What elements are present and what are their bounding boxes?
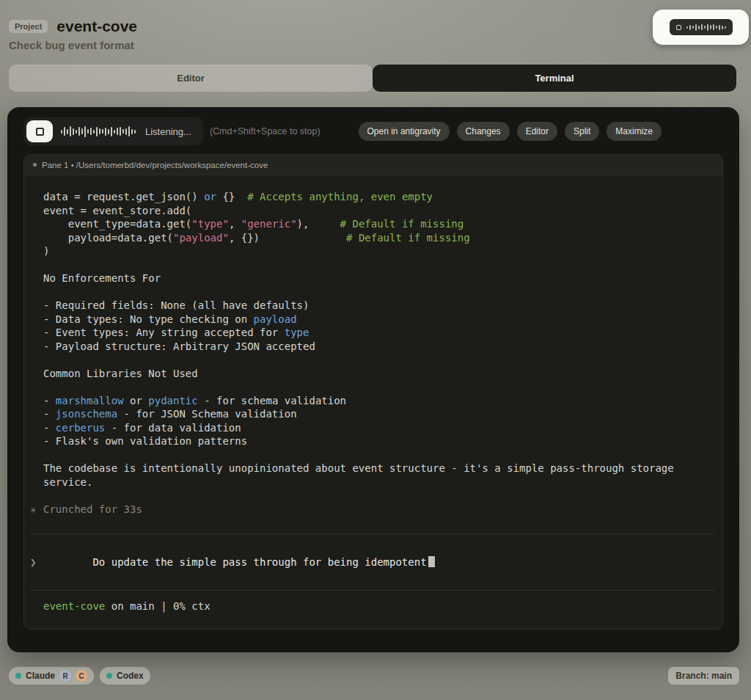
tab-terminal[interactable]: Terminal (373, 65, 736, 92)
waveform-bar (686, 26, 688, 29)
terminal-line: - Data types: No type checking on payloa… (43, 313, 703, 327)
terminal-text-segment: # Default if missing (346, 232, 470, 244)
view-tabbar: Editor Terminal (9, 65, 736, 92)
terminal-toolbar: Listening... (Cmd+Shift+Space to stop) O… (23, 117, 723, 145)
tab-editor[interactable]: Editor (9, 65, 373, 92)
terminal-panel: Listening... (Cmd+Shift+Space to stop) O… (7, 107, 739, 652)
terminal-line: The codebase is intentionally unopiniona… (43, 462, 703, 489)
prompt-input-row[interactable]: ❯Do update the simple pass through for b… (32, 533, 715, 591)
agent-badge-c: C (76, 670, 87, 682)
terminal-text-segment: - Data types: No type checking on (43, 313, 254, 325)
terminal-text-segment: , (229, 218, 241, 230)
terminal-text-segment: No Enforcements For (43, 272, 161, 284)
terminal-text-segment: payload=data.get( (43, 232, 173, 244)
terminal-line: - Event types: Any string accepted for t… (43, 326, 703, 340)
waveform-bar (120, 127, 121, 136)
terminal-text-segment: Crunched for 33s (43, 503, 142, 515)
terminal-text-segment: # Accepts anything, even empty (247, 191, 433, 203)
terminal-line: - cerberus - for data validation (43, 421, 703, 435)
waveform-bar (704, 26, 706, 29)
waveform-bar (710, 25, 711, 29)
terminal-text-segment: The codebase is intentionally unopiniona… (43, 462, 680, 488)
terminal-line (43, 258, 703, 272)
terminal-text-segment: - Required fields: None (all have defaul… (43, 299, 309, 311)
toolbar-button-open-in-antigravity[interactable]: Open in antigravity (359, 122, 450, 141)
stop-listening-button[interactable] (26, 120, 53, 142)
agent-badge-r: R (59, 670, 71, 682)
terminal-line: event = event_store.add( (43, 204, 703, 218)
terminal-line: ✳Crunched for 33s (43, 503, 703, 517)
terminal-line: ) (43, 244, 703, 258)
waveform-bar (105, 128, 106, 136)
pane-header: Pane 1 • /Users/tomerbd/dev/projects/wor… (24, 155, 722, 175)
terminal-line (43, 353, 703, 367)
listening-chip: Listening... (23, 117, 203, 145)
waveform-icon (686, 24, 726, 31)
waveform-bar (725, 26, 726, 29)
waveform-bar (713, 24, 714, 30)
terminal-text-segment: - (43, 422, 56, 434)
terminal-text-segment: jsonschema (56, 408, 117, 420)
terminal-text-segment: type (285, 327, 309, 338)
terminal-text-segment: - (43, 408, 56, 420)
waveform-bar (96, 127, 98, 136)
page-header: Project event-cove Check bug event forma… (0, 0, 751, 51)
terminal-text-segment: or (124, 395, 149, 406)
terminal-text-segment: "payload" (173, 232, 229, 244)
waveform-bar (722, 26, 723, 29)
terminal-line (43, 448, 703, 462)
listening-status: Listening... (145, 126, 191, 137)
waveform-bar (698, 26, 700, 29)
waveform-bar (128, 126, 130, 136)
agent-pills-group: ClaudeRCCodex (9, 667, 150, 685)
waveform-bar (73, 128, 74, 135)
waveform-bar (131, 129, 133, 134)
terminal-text-segment: cerberus (56, 422, 105, 434)
terminal-text-segment: - Event types: Any string accepted for (43, 327, 285, 338)
terminal-text-segment: event = event_store.add( (43, 205, 191, 216)
terminal-body: data = request.get_json() or {} # Accept… (24, 175, 722, 613)
waveform-bar (111, 127, 112, 136)
terminal-line (43, 380, 703, 394)
toolbar-button-maximize[interactable]: Maximize (607, 122, 662, 141)
project-badge: Project (9, 20, 48, 33)
terminal-line: payload=data.get("payload", {}) # Defaul… (43, 231, 703, 245)
voice-indicator-card[interactable] (653, 10, 749, 45)
terminal-text-segment: "type" (191, 218, 229, 230)
terminal-text-segment: , {}) (229, 232, 346, 244)
waveform-icon (61, 126, 136, 137)
toolbar-button-editor[interactable]: Editor (517, 122, 557, 141)
terminal-line (43, 489, 703, 503)
waveform-bar (125, 128, 127, 135)
line-marker-icon: ✳ (30, 503, 36, 517)
terminal-status-line: event-cove on main | 0% ctx (43, 599, 703, 613)
pane-title: Pane 1 • /Users/tomerbd/dev/projects/wor… (42, 161, 268, 169)
waveform-bar (114, 130, 115, 134)
waveform-bar (81, 128, 83, 134)
waveform-bar (122, 129, 124, 134)
agent-pill-codex[interactable]: Codex (100, 667, 150, 685)
waveform-bar (117, 128, 118, 135)
waveform-bar (70, 126, 71, 136)
terminal-text-segment: Common Libraries Not Used (43, 368, 198, 379)
terminal-text-segment: # Default if missing (340, 218, 464, 230)
toolbar-button-changes[interactable]: Changes (457, 122, 510, 141)
terminal-text-segment: event-cove (43, 600, 105, 612)
branch-badge[interactable]: Branch: main (668, 667, 739, 685)
stop-icon (36, 128, 44, 136)
terminal-text-segment: data = request.get_json() (43, 191, 204, 203)
terminal-line (43, 285, 703, 299)
waveform-bar (108, 129, 109, 134)
page-subtitle: Check bug event format (9, 39, 742, 51)
toolbar-button-split[interactable]: Split (565, 122, 599, 141)
agent-pill-claude[interactable]: ClaudeRC (9, 667, 94, 685)
agent-label: Claude (26, 671, 55, 681)
prompt-chevron-icon: ❯ (30, 555, 36, 569)
waveform-bar (134, 130, 136, 134)
terminal-line: No Enforcements For (43, 271, 703, 285)
waveform-bar (90, 128, 92, 135)
listening-shortcut-hint: (Cmd+Shift+Space to stop) (210, 126, 320, 136)
agent-status-dot (15, 673, 21, 679)
agent-label: Codex (117, 671, 144, 681)
terminal-text-segment: on main | 0% ctx (105, 600, 210, 612)
